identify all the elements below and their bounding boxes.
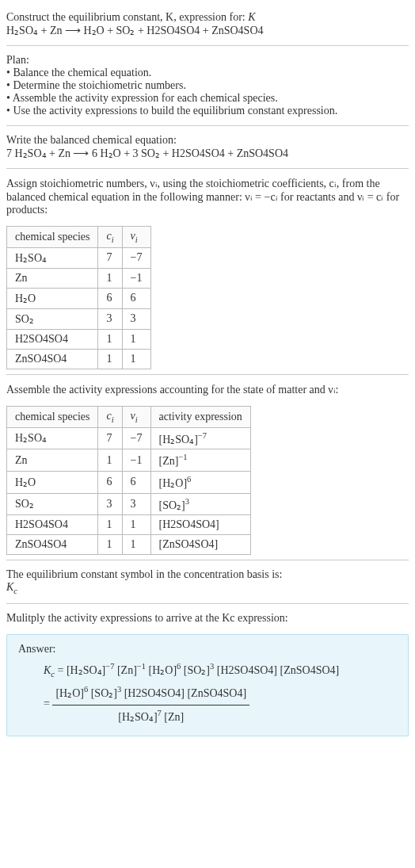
- fraction-numerator: [H₂O]6 [SO₂]3 [H2SO4SO4] [ZnSO4SO4]: [52, 682, 249, 705]
- intro-line1: Construct the equilibrium constant, K, e…: [6, 11, 246, 23]
- col-species: chemical species: [7, 406, 98, 427]
- symbol-block: The equilibrium constant symbol in the c…: [6, 564, 409, 600]
- stoich-table: chemical species ci νi H₂SO₄7−7 Zn1−1 H₂…: [6, 226, 151, 369]
- table-row: H₂O66: [7, 288, 151, 308]
- table-row: SO₂33: [7, 308, 151, 329]
- divider: [6, 560, 409, 560]
- fraction-denominator: [H₂SO₄]7 [Zn]: [52, 705, 249, 728]
- table-row: H₂SO₄7−7[H₂SO₄]−7: [7, 427, 251, 449]
- divider: [6, 125, 409, 126]
- balanced-block: Write the balanced chemical equation: 7 …: [6, 129, 409, 165]
- balanced-equation: 7 H₂SO₄ + Zn ⟶ 6 H₂O + 3 SO₂ + H2SO4SO4 …: [6, 147, 288, 159]
- table-header-row: chemical species ci νi: [7, 227, 151, 248]
- plan-item: • Assemble the activity expression for e…: [6, 92, 409, 105]
- assemble-block: Assemble the activity expressions accoun…: [6, 378, 409, 401]
- col-vi: νi: [122, 406, 150, 427]
- col-ci: ci: [98, 406, 122, 427]
- table-row: Zn1−1: [7, 268, 151, 288]
- answer-equation: Kc = [H₂SO₄]−7 [Zn]−1 [H₂O]6 [SO₂]3 [H2S…: [18, 659, 397, 728]
- col-ci: ci: [98, 227, 122, 248]
- multiply-block: Mulitply the activity expressions to arr…: [6, 607, 409, 629]
- assign-block: Assign stoichiometric numbers, νᵢ, using…: [6, 172, 409, 221]
- divider: [6, 45, 409, 46]
- col-activity: activity expression: [150, 406, 250, 427]
- table-row: H₂SO₄7−7: [7, 247, 151, 268]
- plan-item: • Balance the chemical equation.: [6, 67, 409, 79]
- answer-fraction: [H₂O]6 [SO₂]3 [H2SO4SO4] [ZnSO4SO4] [H₂S…: [52, 682, 249, 728]
- table-header-row: chemical species ci νi activity expressi…: [7, 406, 251, 427]
- assemble-text: Assemble the activity expressions accoun…: [6, 384, 339, 396]
- table-row: ZnSO4SO411: [7, 349, 151, 369]
- table-row: H2SO4SO411: [7, 329, 151, 349]
- table-row: H2SO4SO411[H2SO4SO4]: [7, 515, 251, 535]
- kc-symbol: K: [6, 581, 13, 593]
- intro-block: Construct the equilibrium constant, K, e…: [6, 6, 409, 42]
- col-species: chemical species: [7, 227, 98, 248]
- divider: [6, 603, 409, 604]
- multiply-text: Mulitply the activity expressions to arr…: [6, 612, 288, 624]
- intro-equation: H₂SO₄ + Zn ⟶ H₂O + SO₂ + H2SO4SO4 + ZnSO…: [6, 25, 264, 36]
- activity-table: chemical species ci νi activity expressi…: [6, 406, 251, 555]
- table-row: SO₂33[SO₂]3: [7, 493, 251, 515]
- divider: [6, 168, 409, 169]
- answer-box: Answer: Kc = [H₂SO₄]−7 [Zn]−1 [H₂O]6 [SO…: [6, 634, 409, 736]
- plan-item: • Use the activity expressions to build …: [6, 105, 409, 117]
- table-row: ZnSO4SO411[ZnSO4SO4]: [7, 535, 251, 555]
- divider: [6, 374, 409, 375]
- table-row: Zn1−1[Zn]−1: [7, 449, 251, 472]
- assign-text: Assign stoichiometric numbers, νᵢ, using…: [6, 178, 399, 216]
- balanced-heading: Write the balanced chemical equation:: [6, 134, 177, 146]
- answer-label: Answer:: [18, 643, 397, 656]
- symbol-text: The equilibrium constant symbol in the c…: [6, 568, 282, 580]
- plan-item: • Determine the stoichiometric numbers.: [6, 79, 409, 92]
- table-row: H₂O66[H₂O]6: [7, 471, 251, 493]
- plan-heading: Plan:: [6, 54, 29, 66]
- col-vi: νi: [122, 227, 150, 248]
- plan-block: Plan: • Balance the chemical equation. •…: [6, 49, 409, 122]
